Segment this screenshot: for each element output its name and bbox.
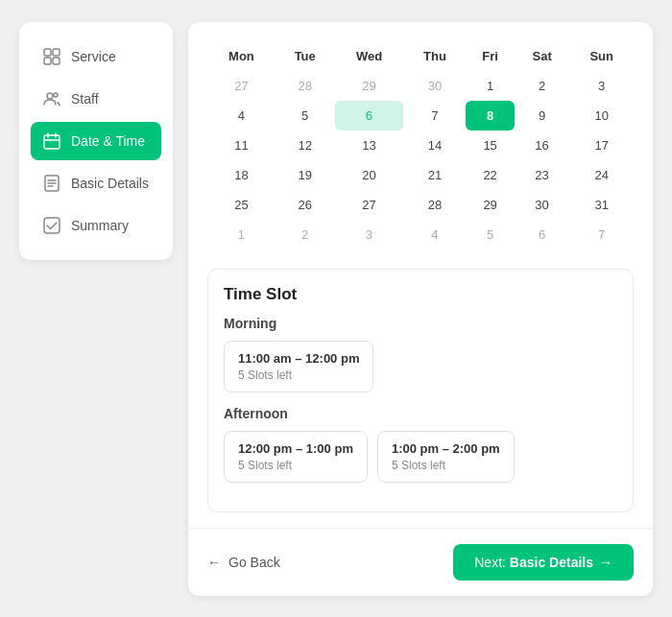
next-button[interactable]: Next: Basic Details → <box>453 544 634 581</box>
back-arrow-icon: ← <box>207 555 221 570</box>
cal-day[interactable]: 14 <box>403 131 466 160</box>
timeslot-period-label: Morning <box>224 316 617 331</box>
cal-header-thu: Thu <box>403 41 466 71</box>
timeslot-period-label: Afternoon <box>224 406 617 421</box>
next-label: Next: Basic Details <box>474 555 593 570</box>
next-arrow-icon: → <box>599 555 612 570</box>
grid-icon <box>42 47 61 66</box>
timeslot-section: Time Slot Morning11:00 am – 12:00 pm5 Sl… <box>207 269 634 512</box>
cal-day[interactable]: 6 <box>335 101 404 131</box>
cal-day[interactable]: 4 <box>403 220 466 249</box>
svg-rect-2 <box>44 58 51 64</box>
cal-day[interactable]: 27 <box>207 71 276 101</box>
sidebar-item-staff[interactable]: Staff <box>31 80 161 118</box>
calendar-icon <box>42 131 61 151</box>
sidebar-item-label: Date & Time <box>71 133 145 149</box>
sidebar-item-service[interactable]: Service <box>31 37 161 76</box>
cal-header-wed: Wed <box>335 41 404 71</box>
timeslot-time: 11:00 am – 12:00 pm <box>238 351 359 366</box>
timeslot-card[interactable]: 12:00 pm – 1:00 pm5 Slots left <box>224 431 368 483</box>
cal-day[interactable]: 24 <box>569 160 634 190</box>
cal-day[interactable]: 11 <box>207 131 276 160</box>
cal-day[interactable]: 3 <box>335 220 404 249</box>
timeslot-availability: 5 Slots left <box>238 368 359 382</box>
calendar: Mon Tue Wed Thu Fri Sat Sun 272829301234… <box>207 41 634 249</box>
cal-header-tue: Tue <box>276 41 335 71</box>
svg-rect-0 <box>44 49 51 56</box>
cal-day[interactable]: 3 <box>569 71 634 101</box>
cal-day[interactable]: 12 <box>276 131 335 160</box>
people-icon <box>42 89 61 108</box>
timeslot-availability: 5 Slots left <box>392 459 500 472</box>
cal-day[interactable]: 30 <box>515 190 570 220</box>
cal-day[interactable]: 28 <box>276 71 335 101</box>
cal-day[interactable]: 1 <box>207 220 276 249</box>
cal-day[interactable]: 5 <box>466 220 514 249</box>
cal-day[interactable]: 1 <box>466 71 514 101</box>
cal-day[interactable]: 27 <box>335 190 404 220</box>
timeslot-time: 12:00 pm – 1:00 pm <box>238 441 353 456</box>
sidebar-item-basic-details[interactable]: Basic Details <box>31 164 161 202</box>
cal-day[interactable]: 2 <box>276 220 335 249</box>
check-icon <box>42 216 61 235</box>
cal-day[interactable]: 31 <box>569 190 634 220</box>
main-panel: Mon Tue Wed Thu Fri Sat Sun 272829301234… <box>188 22 653 596</box>
timeslot-card[interactable]: 11:00 am – 12:00 pm5 Slots left <box>224 341 373 392</box>
cal-day[interactable]: 2 <box>515 71 570 101</box>
sidebar-item-label: Summary <box>71 218 129 233</box>
timeslot-time: 1:00 pm – 2:00 pm <box>392 441 500 456</box>
timeslot-grid: 12:00 pm – 1:00 pm5 Slots left1:00 pm – … <box>224 431 617 483</box>
cal-day[interactable]: 19 <box>276 160 335 190</box>
cal-day[interactable]: 30 <box>403 71 466 101</box>
cal-day[interactable]: 8 <box>466 101 514 131</box>
svg-point-5 <box>54 93 58 97</box>
svg-rect-6 <box>44 135 60 149</box>
cal-day[interactable]: 9 <box>515 101 570 131</box>
cal-day[interactable]: 17 <box>569 131 634 160</box>
svg-rect-3 <box>53 58 60 64</box>
cal-day[interactable]: 5 <box>276 101 335 131</box>
sidebar-item-summary[interactable]: Summary <box>31 206 161 245</box>
sidebar-item-datetime[interactable]: Date & Time <box>31 122 161 160</box>
cal-day[interactable]: 13 <box>335 131 404 160</box>
main-body: Mon Tue Wed Thu Fri Sat Sun 272829301234… <box>188 22 653 528</box>
cal-day[interactable]: 22 <box>466 160 514 190</box>
cal-day[interactable]: 7 <box>569 220 634 249</box>
cal-day[interactable]: 4 <box>207 101 276 131</box>
sidebar-item-label: Staff <box>71 91 99 107</box>
svg-rect-1 <box>53 49 60 56</box>
doc-icon <box>42 174 61 193</box>
cal-day[interactable]: 25 <box>207 190 276 220</box>
cal-day[interactable]: 16 <box>515 131 570 160</box>
cal-header-sat: Sat <box>515 41 570 71</box>
svg-point-4 <box>47 93 53 99</box>
cal-day[interactable]: 6 <box>515 220 570 249</box>
sidebar-item-label: Basic Details <box>71 176 149 191</box>
cal-day[interactable]: 15 <box>466 131 514 160</box>
cal-day[interactable]: 29 <box>466 190 514 220</box>
timeslot-card[interactable]: 1:00 pm – 2:00 pm5 Slots left <box>377 431 515 483</box>
go-back-label: Go Back <box>228 555 280 570</box>
go-back-button[interactable]: ← Go Back <box>207 555 280 570</box>
cal-header-fri: Fri <box>466 41 514 71</box>
sidebar: Service Staff Dat <box>19 22 173 260</box>
cal-day[interactable]: 18 <box>207 160 276 190</box>
cal-day[interactable]: 10 <box>569 101 634 131</box>
cal-day[interactable]: 20 <box>335 160 404 190</box>
timeslot-title: Time Slot <box>224 285 617 304</box>
cal-header-sun: Sun <box>569 41 634 71</box>
footer: ← Go Back Next: Basic Details → <box>188 528 653 596</box>
cal-day[interactable]: 7 <box>403 101 466 131</box>
timeslot-grid: 11:00 am – 12:00 pm5 Slots left <box>224 341 617 392</box>
cal-day[interactable]: 23 <box>515 160 570 190</box>
cal-day[interactable]: 29 <box>335 71 404 101</box>
cal-header-mon: Mon <box>207 41 276 71</box>
timeslot-availability: 5 Slots left <box>238 459 353 472</box>
app-container: Service Staff Dat <box>19 22 653 596</box>
sidebar-item-label: Service <box>71 49 116 64</box>
next-step-label: Basic Details <box>510 555 593 570</box>
cal-day[interactable]: 28 <box>403 190 466 220</box>
cal-day[interactable]: 21 <box>403 160 466 190</box>
cal-day[interactable]: 26 <box>276 190 335 220</box>
